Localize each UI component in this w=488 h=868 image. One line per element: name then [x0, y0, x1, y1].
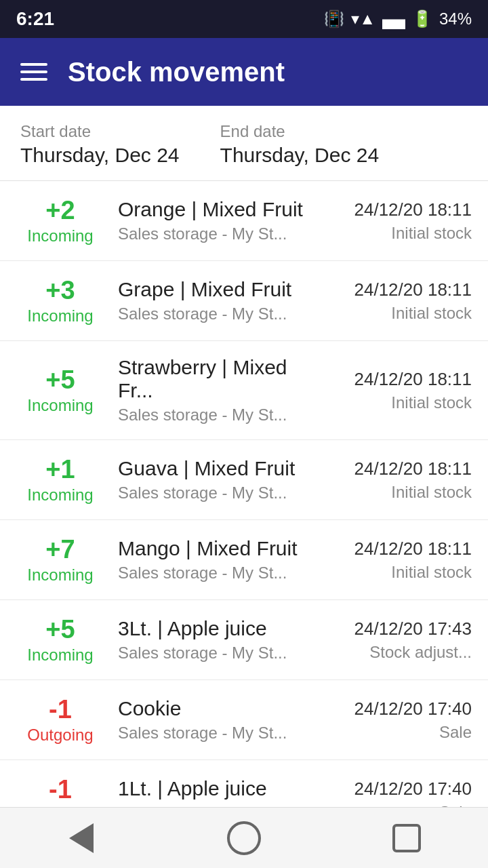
movement-amount: +7 [16, 535, 104, 564]
signal-icon: ▄▄ [382, 9, 405, 28]
home-icon [227, 821, 261, 855]
movement-type: Outgoing [16, 726, 104, 745]
end-date-label: End date [220, 122, 380, 141]
item-storage: Sales storage - My St... [118, 406, 309, 425]
movement-type: Incoming [16, 307, 104, 326]
item-meta: 24/12/20 18:11 Initial stock [323, 538, 472, 582]
movement-col: +1 Incoming [16, 455, 104, 505]
item-info: Strawberry | Mixed Fr... Sales storage -… [118, 356, 309, 425]
item-movement-type: Initial stock [323, 304, 472, 323]
item-storage: Sales storage - My St... [118, 644, 309, 663]
item-meta: 24/12/20 18:11 Initial stock [323, 369, 472, 412]
item-name: 1Lt. | Apple juice [118, 777, 309, 800]
vibrate-icon: 📳 [324, 9, 344, 28]
item-movement-type: Initial stock [323, 563, 472, 582]
page-title: Stock movement [68, 57, 285, 87]
item-name: 3Lt. | Apple juice [118, 617, 309, 640]
item-info: Guava | Mixed Fruit Sales storage - My S… [118, 457, 309, 502]
item-datetime: 24/12/20 18:11 [323, 369, 472, 390]
item-storage: Sales storage - My St... [118, 304, 309, 323]
start-date-label: Start date [20, 122, 180, 141]
movement-amount: +1 [16, 455, 104, 484]
list-item[interactable]: +1 Incoming Guava | Mixed Fruit Sales st… [0, 440, 488, 520]
hamburger-menu[interactable] [20, 63, 47, 81]
movement-col: +5 Incoming [16, 366, 104, 415]
item-storage: Sales storage - My St... [118, 724, 309, 743]
item-meta: 24/12/20 17:40 Sale [323, 698, 472, 742]
list-item[interactable]: +3 Incoming Grape | Mixed Fruit Sales st… [0, 261, 488, 341]
nav-back-button[interactable] [58, 814, 105, 862]
item-movement-type: Initial stock [323, 483, 472, 502]
item-name: Orange | Mixed Fruit [118, 198, 309, 221]
item-datetime: 24/12/20 17:43 [323, 618, 472, 639]
item-datetime: 24/12/20 18:11 [323, 538, 472, 559]
battery-percent: 34% [439, 9, 472, 28]
item-movement-type: Initial stock [323, 393, 472, 412]
movement-type: Incoming [16, 396, 104, 415]
movement-col: +5 Incoming [16, 615, 104, 665]
end-date-group[interactable]: End date Thursday, Dec 24 [220, 122, 380, 167]
item-info: Grape | Mixed Fruit Sales storage - My S… [118, 278, 309, 323]
movement-amount: +3 [16, 276, 104, 305]
header: Stock movement [0, 38, 488, 106]
wifi-icon: ▾▲ [351, 9, 375, 28]
movement-col: +7 Incoming [16, 535, 104, 585]
item-info: Orange | Mixed Fruit Sales storage - My … [118, 198, 309, 243]
item-name: Strawberry | Mixed Fr... [118, 356, 309, 402]
list-item[interactable]: +2 Incoming Orange | Mixed Fruit Sales s… [0, 181, 488, 261]
item-info: 3Lt. | Apple juice Sales storage - My St… [118, 617, 309, 663]
item-datetime: 24/12/20 17:40 [323, 698, 472, 719]
start-date-value: Thursday, Dec 24 [20, 144, 180, 167]
item-movement-type: Sale [323, 723, 472, 742]
battery-icon: 🔋 [412, 9, 432, 28]
item-movement-type: Initial stock [323, 224, 472, 243]
item-datetime: 24/12/20 18:11 [323, 199, 472, 220]
item-meta: 24/12/20 18:11 Initial stock [323, 458, 472, 502]
item-name: Cookie [118, 697, 309, 720]
item-datetime: 24/12/20 17:40 [323, 778, 472, 800]
item-info: Cookie Sales storage - My St... [118, 697, 309, 743]
item-datetime: 24/12/20 18:11 [323, 458, 472, 479]
movement-type: Incoming [16, 566, 104, 585]
recent-icon [392, 824, 421, 852]
stock-list: +2 Incoming Orange | Mixed Fruit Sales s… [0, 181, 488, 840]
movement-col: -1 Outgoing [16, 695, 104, 745]
status-bar: 6:21 📳 ▾▲ ▄▄ 🔋 34% [0, 0, 488, 38]
start-date-group[interactable]: Start date Thursday, Dec 24 [20, 122, 180, 167]
item-storage: Sales storage - My St... [118, 224, 309, 243]
list-item[interactable]: +5 Incoming Strawberry | Mixed Fr... Sal… [0, 341, 488, 440]
list-item[interactable]: +5 Incoming 3Lt. | Apple juice Sales sto… [0, 600, 488, 680]
movement-amount: -1 [16, 695, 104, 724]
item-datetime: 24/12/20 18:11 [323, 279, 472, 300]
item-storage: Sales storage - My St... [118, 484, 309, 502]
back-icon [69, 823, 94, 853]
nav-recent-button[interactable] [383, 814, 430, 862]
item-meta: 24/12/20 18:11 Initial stock [323, 279, 472, 323]
bottom-nav [0, 807, 488, 868]
movement-col: +2 Incoming [16, 196, 104, 245]
date-filter: Start date Thursday, Dec 24 End date Thu… [0, 106, 488, 181]
movement-amount: +2 [16, 196, 104, 225]
status-time: 6:21 [16, 8, 54, 30]
item-movement-type: Stock adjust... [323, 643, 472, 662]
item-meta: 24/12/20 17:43 Stock adjust... [323, 618, 472, 662]
list-item[interactable]: +7 Incoming Mango | Mixed Fruit Sales st… [0, 520, 488, 600]
item-name: Guava | Mixed Fruit [118, 457, 309, 480]
item-info: Mango | Mixed Fruit Sales storage - My S… [118, 537, 309, 583]
nav-home-button[interactable] [220, 814, 268, 862]
end-date-value: Thursday, Dec 24 [220, 144, 380, 167]
movement-type: Incoming [16, 226, 104, 245]
item-meta: 24/12/20 18:11 Initial stock [323, 199, 472, 243]
item-name: Mango | Mixed Fruit [118, 537, 309, 560]
item-name: Grape | Mixed Fruit [118, 278, 309, 301]
movement-type: Incoming [16, 486, 104, 505]
movement-type: Incoming [16, 646, 104, 665]
list-item[interactable]: -1 Outgoing Cookie Sales storage - My St… [0, 680, 488, 760]
movement-col: +3 Incoming [16, 276, 104, 326]
movement-amount: -1 [16, 775, 104, 804]
status-icons: 📳 ▾▲ ▄▄ 🔋 34% [324, 9, 472, 28]
movement-amount: +5 [16, 615, 104, 644]
item-storage: Sales storage - My St... [118, 564, 309, 583]
movement-amount: +5 [16, 366, 104, 395]
